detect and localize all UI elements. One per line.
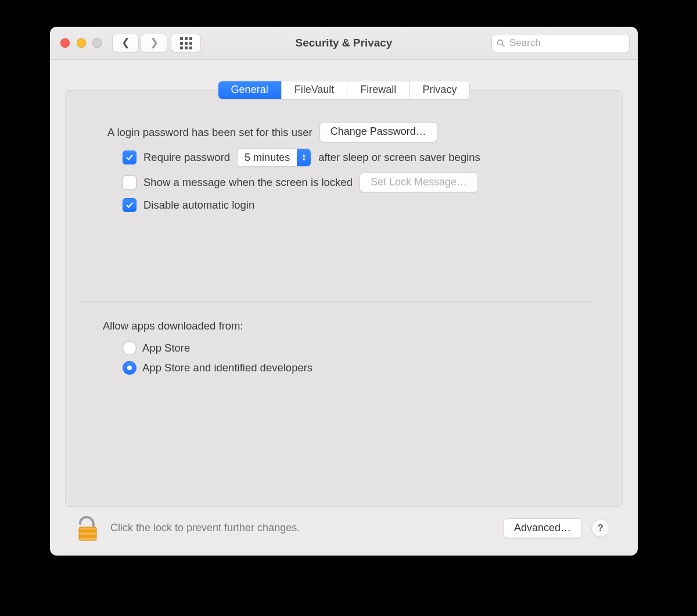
svg-line-1 bbox=[502, 45, 505, 47]
chevron-right-icon: ❯ bbox=[150, 36, 159, 49]
help-button[interactable]: ? bbox=[591, 519, 610, 538]
radio-app-store[interactable]: App Store bbox=[123, 341, 591, 355]
svg-rect-6 bbox=[79, 535, 96, 538]
show-message-row: Show a message when the screen is locked… bbox=[107, 173, 591, 192]
radio-app-store-developers[interactable]: App Store and identified developers bbox=[123, 361, 591, 375]
stepper-arrows-icon: ▲▼ bbox=[297, 149, 311, 166]
divider bbox=[81, 301, 594, 302]
require-password-label-after: after sleep or screen saver begins bbox=[318, 151, 480, 164]
require-password-delay-select[interactable]: 5 minutes ▲▼ bbox=[237, 148, 311, 167]
lock-icon[interactable] bbox=[76, 514, 101, 543]
zoom-window-button bbox=[92, 38, 102, 48]
titlebar: ❮ ❯ Security & Privacy bbox=[50, 27, 638, 60]
radio-button[interactable] bbox=[123, 361, 136, 375]
show-all-button[interactable] bbox=[171, 34, 201, 52]
minimize-window-button[interactable] bbox=[77, 38, 86, 48]
general-panel: A login password has been set for this u… bbox=[65, 90, 623, 507]
radio-label: App Store bbox=[142, 341, 190, 355]
tab-filevault[interactable]: FileVault bbox=[282, 81, 348, 99]
show-message-label: Show a message when the screen is locked bbox=[143, 176, 353, 189]
radio-button[interactable] bbox=[123, 341, 136, 355]
radio-label: App Store and identified developers bbox=[142, 361, 312, 375]
search-icon bbox=[497, 39, 505, 47]
close-window-button[interactable] bbox=[60, 38, 70, 48]
svg-rect-4 bbox=[79, 530, 96, 533]
login-password-text: A login password has been set for this u… bbox=[107, 126, 312, 139]
require-password-delay-value: 5 minutes bbox=[238, 149, 297, 166]
advanced-button[interactable]: Advanced… bbox=[503, 518, 582, 538]
grid-icon bbox=[180, 37, 192, 49]
allow-apps-options: App Store App Store and identified devel… bbox=[107, 341, 591, 381]
set-lock-message-button: Set Lock Message… bbox=[360, 173, 478, 192]
tab-privacy[interactable]: Privacy bbox=[409, 81, 469, 99]
content-area: General FileVault Firewall Privacy A log… bbox=[50, 60, 638, 556]
window-controls bbox=[60, 38, 102, 48]
change-password-button[interactable]: Change Password… bbox=[319, 122, 437, 142]
chevron-left-icon: ❮ bbox=[121, 36, 130, 49]
disable-auto-login-label: Disable automatic login bbox=[143, 198, 254, 212]
forward-button[interactable]: ❯ bbox=[141, 34, 167, 52]
search-input[interactable] bbox=[508, 37, 624, 49]
search-field[interactable] bbox=[491, 34, 630, 52]
tab-firewall[interactable]: Firewall bbox=[347, 81, 409, 99]
nav-buttons: ❮ ❯ bbox=[112, 34, 167, 52]
tab-general[interactable]: General bbox=[218, 81, 282, 99]
tabs: General FileVault Firewall Privacy bbox=[218, 81, 470, 99]
back-button[interactable]: ❮ bbox=[112, 34, 139, 52]
disable-auto-login-row: Disable automatic login bbox=[107, 198, 591, 212]
login-password-row: A login password has been set for this u… bbox=[107, 122, 591, 142]
svg-rect-5 bbox=[79, 532, 96, 535]
require-password-row: Require password 5 minutes ▲▼ after slee… bbox=[107, 148, 591, 167]
lock-text: Click the lock to prevent further change… bbox=[110, 521, 300, 535]
svg-rect-3 bbox=[79, 527, 96, 530]
require-password-checkbox[interactable] bbox=[123, 151, 136, 164]
preferences-window: ❮ ❯ Security & Privacy General FileVault… bbox=[50, 27, 638, 556]
check-icon bbox=[125, 153, 134, 162]
footer: Click the lock to prevent further change… bbox=[65, 507, 623, 545]
check-icon bbox=[125, 201, 134, 209]
require-password-label-before: Require password bbox=[143, 151, 230, 164]
svg-rect-7 bbox=[79, 538, 96, 540]
allow-apps-label: Allow apps downloaded from: bbox=[103, 319, 591, 333]
show-message-checkbox[interactable] bbox=[123, 176, 136, 189]
disable-auto-login-checkbox[interactable] bbox=[123, 198, 136, 212]
